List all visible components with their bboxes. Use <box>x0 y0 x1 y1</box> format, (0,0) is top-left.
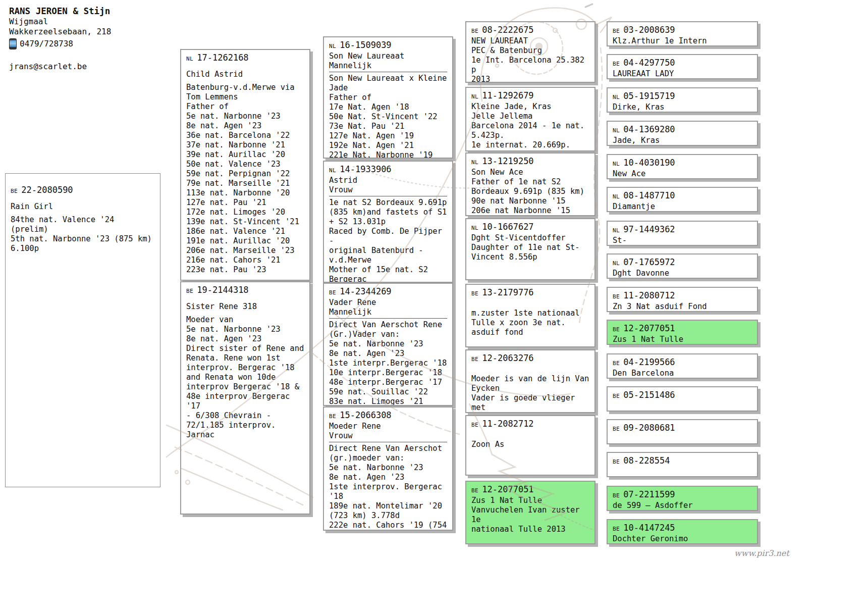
pedigree-box-13-1219250: NL13-1219250Son New Ace Father of 1e nat… <box>465 152 595 216</box>
pedigree-box-05-2151486: BE05-2151486 <box>607 386 758 412</box>
country-code: BE <box>471 356 478 363</box>
ring-number: NL04-1369280 <box>613 124 752 136</box>
pedigree-box-03-2008639: BE03-2008639Klz.Arthur 1e Intern <box>607 21 758 46</box>
ring-number: BE05-2151486 <box>613 390 752 401</box>
pedigree-box-05-1915719: NL05-1915719Dirke, Kras <box>607 87 758 113</box>
country-code: BE <box>471 290 478 297</box>
ring-number: NL08-1487710 <box>613 190 752 202</box>
pigeon-achievements: Son New Laureaat x Kleine Jade Father of… <box>329 74 447 159</box>
ring-number: BE04-4297750 <box>613 58 752 69</box>
pedigree-box-11-2080712: BE11-2080712Zn 3 Nat asduif Fond <box>607 287 758 312</box>
pedigree-box-09-2080681: BE09-2080681 <box>607 419 758 444</box>
pedigree-box-19-2144318: BE19-2144318Sister Rene 318Moeder van 5e… <box>180 281 310 515</box>
pigeon-achievements: Den Barcelona <box>613 369 752 378</box>
pigeon-achievements: Klz.Arthur 1e Intern <box>613 36 752 46</box>
country-code: BE <box>613 61 620 67</box>
pigeon-achievements: Moeder is van de lijn Van Eycken Vader i… <box>471 365 589 413</box>
header-separator <box>329 72 447 72</box>
pigeon-name-line: Vrouw <box>329 431 447 441</box>
pigeon-achievements: Batenburg-v.d.Merwe via Tom Lemmens Fath… <box>186 83 304 275</box>
ring-number: BE15-2066308 <box>329 410 447 422</box>
header-separator <box>329 196 447 196</box>
pedigree-page: { "owner": { "name": "RANS JEROEN & Stij… <box>0 0 868 614</box>
ring-number: NL13-1219250 <box>471 156 589 168</box>
ring-number: BE09-2080681 <box>613 423 752 434</box>
pigeon-achievements: 1e nat S2 Bordeaux 9.691p (835 km)and fa… <box>329 198 447 283</box>
pigeon-achievements: LAUREAAT LADY <box>613 69 752 79</box>
pedigree-box-04-1369280: NL04-1369280Jade, Kras <box>607 121 758 146</box>
pedigree-box-14-2344269: BE14-2344269Vader ReneMannelijkDirect Va… <box>323 283 453 406</box>
country-code: BE <box>613 458 620 465</box>
country-code: NL <box>613 227 620 234</box>
pigeon-achievements: Dght Davonne <box>613 269 752 278</box>
pedigree-box-22-2080590: BE22-2080590Rain Girl84the nat. Valence … <box>5 173 160 487</box>
country-code: NL <box>471 159 478 166</box>
ring-number: NL97-1449362 <box>613 224 752 236</box>
country-code: BE <box>613 293 620 300</box>
pigeon-achievements: Diamantje <box>613 202 752 212</box>
pedigree-tree: BE22-2080590Rain Girl84the nat. Valence … <box>0 0 868 614</box>
pigeon-name-line: Son New Laureaat <box>329 52 447 61</box>
ring-number: BE13-2179776 <box>471 287 589 299</box>
pigeon-name-line: Astrid <box>329 176 447 185</box>
country-code: NL <box>329 167 336 174</box>
pigeon-achievements: NEW LAUREAAT PEC & Batenburg 1e Int. Bar… <box>471 36 589 83</box>
ring-number: NL10-4030190 <box>613 158 752 169</box>
pigeon-achievements: Dirke, Kras <box>613 103 752 112</box>
pigeon-achievements: Direct Van Aerschot Rene (Gr.)Vader van:… <box>329 320 447 406</box>
header-separator <box>329 318 447 319</box>
country-code: NL <box>471 93 478 100</box>
pedigree-box-13-2179776: BE13-2179776 m.zuster 1ste nationaal Tul… <box>465 284 595 347</box>
pedigree-box-12-2077051: BE12-2077051Zus 1 Nat Tulle <box>607 320 758 345</box>
ring-number: NL07-1765972 <box>613 257 752 269</box>
pigeon-name: Child Astrid <box>186 70 304 79</box>
ring-number: BE08-2222675 <box>471 25 589 36</box>
country-code: BE <box>613 426 620 432</box>
pedigree-box-08-2222675: BE08-2222675NEW LAUREAAT PEC & Batenburg… <box>465 21 595 83</box>
pedigree-box-10-4147245: BE10-4147245Dochter Geronimo <box>607 519 758 544</box>
pigeon-achievements: Zoon As <box>471 430 589 449</box>
country-code: BE <box>613 526 620 532</box>
country-code: BE <box>11 188 18 194</box>
ring-number: BE19-2144318 <box>186 285 304 296</box>
country-code: BE <box>329 413 336 420</box>
pedigree-box-12-2077051: BE12-2077051Zus 1 Nat Tulle Vanvuchelen … <box>465 481 595 544</box>
ring-number: BE12-2077051 <box>613 323 752 335</box>
pedigree-box-16-1509039: NL16-1509039Son New LaureaatMannelijkSon… <box>323 36 453 159</box>
pigeon-achievements: Kleine Jade, Kras Jelle Jellema Barcelon… <box>471 102 589 150</box>
pigeon-achievements: Dochter Geronimo <box>613 534 752 544</box>
header-separator <box>329 442 447 442</box>
pigeon-achievements: Dght St-Vicentdoffer Daughter of 11e nat… <box>471 233 589 262</box>
country-code: NL <box>329 43 336 49</box>
country-code: NL <box>471 225 478 231</box>
country-code: NL <box>613 193 620 200</box>
pigeon-achievements: Zus 1 Nat Tulle <box>613 335 752 344</box>
country-code: NL <box>613 161 620 167</box>
ring-number: BE04-2199566 <box>613 357 752 369</box>
pigeon-achievements: Moeder van 5e nat. Narbonne '23 8e nat. … <box>186 315 304 440</box>
ring-number: BE03-2008639 <box>613 25 752 36</box>
pedigree-box-10-1667627: NL10-1667627Dght St-Vicentdoffer Daughte… <box>465 218 595 280</box>
country-code: BE <box>613 360 620 367</box>
pedigree-box-97-1449362: NL97-1449362St- Vincentdoffer <box>607 221 758 246</box>
country-code: BE <box>613 393 620 399</box>
ring-number: BE10-4147245 <box>613 523 752 534</box>
country-code: BE <box>329 289 336 296</box>
pigeon-name: Rain Girl <box>11 202 155 212</box>
pigeon-achievements: Jade, Kras <box>613 136 752 145</box>
pedigree-box-10-4030190: NL10-4030190New Ace <box>607 154 758 179</box>
country-code: NL <box>613 94 620 100</box>
ring-number: BE11-2080712 <box>613 290 752 302</box>
ring-number: BE22-2080590 <box>11 185 155 196</box>
ring-number: BE08-228554 <box>613 455 752 467</box>
ring-number: NL11-1292679 <box>471 90 589 102</box>
pedigree-box-07-1765972: NL07-1765972Dght Davonne <box>607 253 758 279</box>
pedigree-box-08-228554: BE08-228554 <box>607 452 758 477</box>
ring-number: BE07-2211599 <box>613 489 752 501</box>
ring-number: BE11-2082712 <box>471 419 589 430</box>
country-code: BE <box>613 28 620 34</box>
country-code: NL <box>613 127 620 134</box>
ring-number: NL14-1933906 <box>329 164 447 176</box>
ring-number: NL16-1509039 <box>329 40 447 52</box>
country-code: NL <box>186 56 193 62</box>
